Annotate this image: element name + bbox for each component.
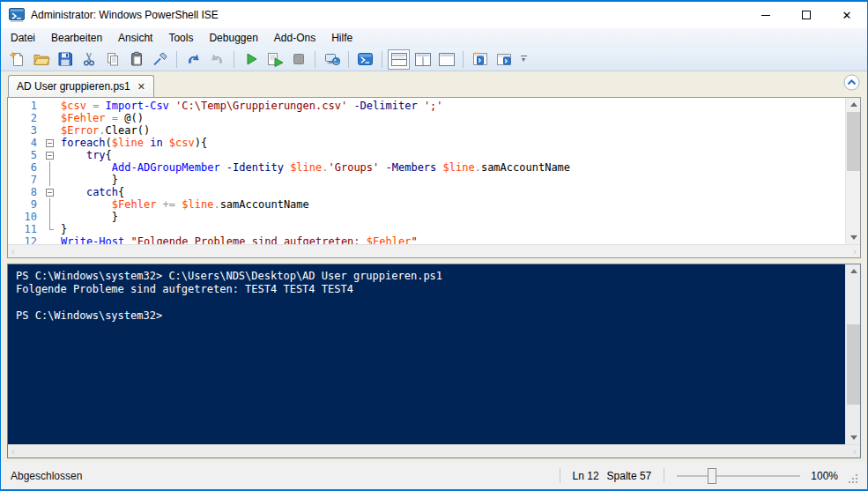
code-text: $Fehler = @() bbox=[57, 112, 144, 124]
start-powershell-button[interactable] bbox=[354, 49, 376, 70]
console-line: PS C:\Windows\system32> bbox=[16, 309, 845, 323]
save-icon bbox=[57, 51, 73, 67]
code-line: 5− try{ bbox=[8, 149, 845, 161]
console-line: Folgende Probleme sind aufgetreten: TEST… bbox=[16, 283, 845, 296]
toolbar: ▾ bbox=[1, 48, 867, 71]
copy-icon bbox=[105, 51, 121, 67]
scroll-up-icon[interactable] bbox=[846, 98, 860, 111]
status-separator bbox=[664, 468, 664, 483]
code-text: } bbox=[57, 211, 118, 223]
minimize-button[interactable] bbox=[746, 2, 786, 28]
menu-ansicht[interactable]: Ansicht bbox=[110, 29, 160, 47]
new-script-button[interactable] bbox=[6, 49, 28, 70]
run-selection-button[interactable] bbox=[263, 49, 286, 70]
code-text: try{ bbox=[57, 149, 112, 161]
run-icon bbox=[243, 51, 259, 67]
editor-horizontal-scrollbar[interactable]: ‹ › bbox=[8, 244, 860, 257]
code-line: 12Write-Host "Folgende Probleme sind auf… bbox=[8, 235, 845, 244]
title-bar: Administrator: Windows PowerShell ISE ✕ bbox=[1, 2, 867, 28]
line-number: 9 bbox=[8, 198, 43, 211]
maximize-button[interactable] bbox=[786, 2, 827, 28]
fold-gutter bbox=[43, 124, 57, 137]
fold-collapse-icon[interactable]: − bbox=[43, 137, 57, 149]
menu-debuggen[interactable]: Debuggen bbox=[201, 29, 265, 47]
close-icon: ✕ bbox=[842, 10, 852, 21]
fold-collapse-icon[interactable]: − bbox=[43, 186, 57, 198]
paste-button[interactable] bbox=[125, 49, 147, 70]
code-line: 11} bbox=[8, 223, 845, 235]
column-indicator: Spalte 57 bbox=[607, 470, 652, 482]
menu-datei[interactable]: Datei bbox=[3, 29, 43, 47]
paste-icon bbox=[129, 51, 145, 67]
redo-icon bbox=[209, 51, 226, 67]
close-tab-icon[interactable]: ✕ bbox=[137, 82, 145, 92]
new-file-icon bbox=[9, 51, 26, 68]
show-script-pane-top-button[interactable] bbox=[388, 49, 410, 70]
zoom-slider-track[interactable] bbox=[677, 475, 800, 477]
open-script-button[interactable] bbox=[30, 49, 52, 70]
fold-gutter bbox=[43, 235, 57, 244]
powershell-icon bbox=[357, 51, 374, 67]
cut-button[interactable] bbox=[78, 49, 100, 70]
scroll-down-icon[interactable] bbox=[846, 231, 860, 244]
status-bar: Abgeschlossen Ln 12 Spalte 57 100% bbox=[1, 462, 867, 489]
editor-scrollbar-thumb[interactable] bbox=[847, 112, 860, 171]
undo-button[interactable] bbox=[182, 49, 204, 70]
code-line: 10 } bbox=[8, 211, 845, 223]
save-button[interactable] bbox=[54, 49, 76, 70]
show-script-pane-maximized-button[interactable] bbox=[435, 49, 457, 70]
new-powershell-tab-button[interactable] bbox=[469, 49, 491, 70]
editor-vertical-scrollbar[interactable] bbox=[845, 98, 860, 244]
show-console-pane-button[interactable] bbox=[493, 49, 515, 70]
scroll-up-icon[interactable] bbox=[846, 264, 860, 278]
status-message: Abgeschlossen bbox=[11, 470, 82, 482]
run-selection-icon bbox=[266, 51, 284, 67]
menu-tools[interactable]: Tools bbox=[160, 29, 201, 47]
code-line: 4−foreach($line in $csv){ bbox=[8, 137, 845, 149]
line-number: 10 bbox=[8, 211, 43, 223]
scroll-right-icon[interactable]: › bbox=[853, 247, 857, 257]
console-scrollbar-thumb[interactable] bbox=[847, 324, 860, 405]
menu-add-ons[interactable]: Add-Ons bbox=[266, 29, 323, 47]
console-input-area[interactable]: PS C:\Windows\system32> C:\Users\NDS\Des… bbox=[8, 264, 845, 444]
line-indicator: Ln 12 bbox=[573, 470, 599, 482]
collapse-script-pane-button[interactable] bbox=[843, 74, 860, 91]
script-code-area[interactable]: 1$csv = Import-Csv 'C:\Temp\Gruppierunge… bbox=[8, 98, 845, 244]
scroll-left-icon[interactable]: ‹ bbox=[11, 247, 15, 257]
fold-gutter bbox=[43, 161, 57, 174]
run-script-button[interactable] bbox=[240, 49, 262, 70]
console-vertical-scrollbar[interactable] bbox=[845, 264, 860, 444]
line-number: 2 bbox=[8, 112, 43, 124]
show-script-pane-right-button[interactable] bbox=[412, 49, 434, 70]
window-title: Administrator: Windows PowerShell ISE bbox=[31, 9, 219, 21]
redo-button[interactable] bbox=[206, 49, 228, 70]
code-line: 3$Error.Clear() bbox=[8, 124, 845, 137]
fold-gutter bbox=[43, 198, 57, 211]
scroll-down-icon[interactable] bbox=[846, 431, 860, 444]
stop-operation-button[interactable] bbox=[287, 49, 309, 70]
fold-collapse-icon[interactable]: − bbox=[43, 149, 57, 161]
toolbar-overflow-icon[interactable]: ▾ bbox=[517, 49, 530, 70]
open-folder-icon bbox=[33, 51, 50, 67]
toolbar-separator bbox=[348, 51, 349, 68]
scroll-left-icon[interactable]: ‹ bbox=[11, 447, 15, 457]
new-remote-powershell-tab-button[interactable] bbox=[321, 49, 343, 70]
line-number: 12 bbox=[8, 235, 43, 244]
resize-grip-icon[interactable] bbox=[847, 472, 858, 484]
zoom-slider-handle[interactable] bbox=[708, 468, 716, 484]
menu-bearbeiten[interactable]: Bearbeiten bbox=[43, 29, 110, 47]
ps-window-icon bbox=[495, 51, 513, 67]
console-line: PS C:\Windows\system32> C:\Users\NDS\Des… bbox=[16, 270, 845, 283]
tab-ad-user-gruppieren[interactable]: AD User gruppieren.ps1 ✕ bbox=[8, 75, 154, 97]
line-number: 7 bbox=[8, 174, 43, 186]
line-number: 8 bbox=[8, 186, 43, 198]
close-button[interactable]: ✕ bbox=[827, 2, 867, 28]
console-horizontal-scrollbar[interactable]: ‹ › bbox=[8, 444, 860, 458]
code-line: 2$Fehler = @() bbox=[8, 112, 845, 124]
clear-console-pane-button[interactable] bbox=[149, 49, 171, 70]
copy-button[interactable] bbox=[101, 49, 123, 70]
zoom-slider[interactable] bbox=[677, 468, 800, 484]
line-number: 3 bbox=[8, 124, 43, 137]
scroll-right-icon[interactable]: › bbox=[853, 447, 857, 457]
menu-hilfe[interactable]: Hilfe bbox=[323, 29, 360, 47]
